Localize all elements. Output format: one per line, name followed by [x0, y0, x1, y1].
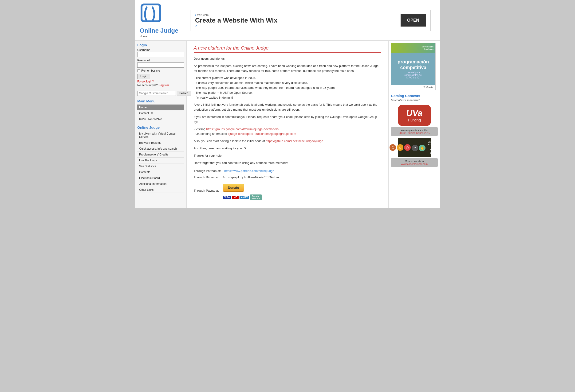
patreon-link[interactable]: https://www.patreon.com/onlinejudge [224, 169, 274, 173]
no-contests-text: No contests scheduled [391, 99, 438, 102]
sidebar-item-contests[interactable]: Contests [137, 169, 184, 175]
uva-badge: UVa Hunting [398, 105, 431, 126]
oj-section-title: Online Judge [137, 125, 184, 130]
uhunt-link[interactable]: uHunt Training Series 2015 [399, 131, 430, 134]
article-para7: Don't forget that you can contribute usi… [194, 161, 381, 166]
paypal-row: Through Paypal at: Donate VISA MC AMEX C… [194, 182, 381, 200]
sidebar-item-uhunt[interactable]: My uHunt with Virtual Contest Service [137, 131, 184, 140]
article-para1: As promised in the last post, exciting n… [194, 64, 381, 73]
hunting-text: Hunting [408, 118, 421, 122]
ad-close-icon[interactable]: ✕ [195, 24, 278, 27]
ad-source: WIX.com [197, 13, 209, 17]
baps-badge: ⬡ ◇ ⬡ ? ✋ BangladeshAssociationofProblem… [398, 138, 431, 157]
site-name: Online Judge [140, 27, 178, 34]
coming-contests-title: Coming Contests [391, 94, 438, 98]
no-account-text: No account yet? Register [137, 84, 184, 87]
mc-icon: MC [232, 196, 239, 199]
main-menu-title: Main Menu [137, 99, 184, 103]
remember-label: Remember me [141, 69, 160, 72]
article-title: A new platform for the Online Judge [194, 45, 381, 53]
username-label: Username [137, 48, 184, 52]
sidebar-item-icpc[interactable]: ICPC Live Archive [137, 116, 184, 122]
book-image: steven halim felix halim programacióncom… [391, 43, 436, 90]
sidebar-item-home[interactable]: Home [137, 105, 184, 110]
email-link[interactable]: ojudge-developers+subscribe@googlegroups… [228, 132, 296, 135]
github-link[interactable]: https://github.com/TheOnlineJudge/ojudge [266, 139, 323, 143]
remember-checkbox[interactable] [137, 69, 140, 72]
ad-info-icon[interactable]: ℹ [195, 13, 196, 17]
article-para3: If you are interested in contribution yo… [194, 115, 381, 125]
sidebar-item-browse-problems[interactable]: Browse Problems [137, 140, 184, 146]
username-input[interactable] [137, 52, 184, 57]
password-label: Password [137, 59, 184, 62]
sidebar-item-additional-info[interactable]: Additional Information [137, 181, 184, 187]
forgot-login-link[interactable]: Forgot login? [137, 80, 184, 83]
sidebar-item-other-links[interactable]: Other Links [137, 187, 184, 193]
bitcoin-row: Through Bitcoin at: 1ojudgeapLUjJcnUmze6… [194, 175, 381, 179]
sidebar-item-contact[interactable]: Contact Us [137, 110, 184, 116]
visa-icon: VISA [223, 196, 231, 199]
password-input[interactable] [137, 63, 184, 68]
ojbooks-label: OJBooks [423, 86, 433, 89]
breadcrumb-home[interactable]: Home [140, 35, 147, 38]
amex-icon: AMEX [240, 196, 249, 199]
donate-button[interactable]: Donate [223, 184, 244, 192]
ad-title: Create a Website With Wix [195, 17, 278, 24]
sidebar-item-site-statistics[interactable]: Site Statistics [137, 163, 184, 169]
cuenta-icon: Cuentabancaria [250, 195, 262, 200]
ad-banner: ℹ WIX.com Create a Website With Wix ✕ OP… [190, 10, 431, 31]
codemarshal-link[interactable]: www.codemarshal.com [401, 163, 428, 165]
google-group-link[interactable]: https://groups.google.com/d/forum/ojudge… [206, 127, 279, 131]
sidebar-item-electronic-board[interactable]: Electronic Board [137, 175, 184, 181]
patreon-row: Through Patreon at: https://www.patreon.… [194, 169, 381, 173]
article-para6: Thanks for your help! [194, 153, 381, 158]
more-contests-label: More contests in www.codemarshal.com [391, 158, 438, 167]
ad-open-button[interactable]: OPEN [401, 14, 426, 26]
article-para4: Also, you can start having a look to the… [194, 139, 381, 144]
bitcoin-address: 1ojudgeapLUjJcnUmze67a4w3TJ6WnPxo [223, 176, 279, 179]
register-link[interactable]: Register [158, 84, 169, 87]
sidebar-item-problemsetters[interactable]: Problemsetters' Credits [137, 152, 184, 158]
article-bullets: - The current platform was developed in … [194, 76, 381, 100]
warmup-label: Warmup contests in the uHunt Training Se… [391, 127, 438, 136]
login-section-title: Login [137, 43, 184, 47]
uva-text: UVa [406, 108, 422, 118]
sidebar-item-live-rankings[interactable]: Live Rankings [137, 158, 184, 163]
article-join: - Visiting https://groups.google.com/d/f… [194, 127, 381, 137]
login-button[interactable]: Login [137, 74, 150, 79]
article-para2: A very initial (still not very functiona… [194, 102, 381, 112]
article-para5: And then, here I am, waiting for you :D [194, 146, 381, 151]
search-input[interactable] [137, 91, 176, 96]
article-greeting: Dear users and friends, [194, 56, 381, 61]
site-logo [140, 2, 168, 26]
sidebar-item-quick-access[interactable]: Quick access, info and search [137, 146, 184, 152]
